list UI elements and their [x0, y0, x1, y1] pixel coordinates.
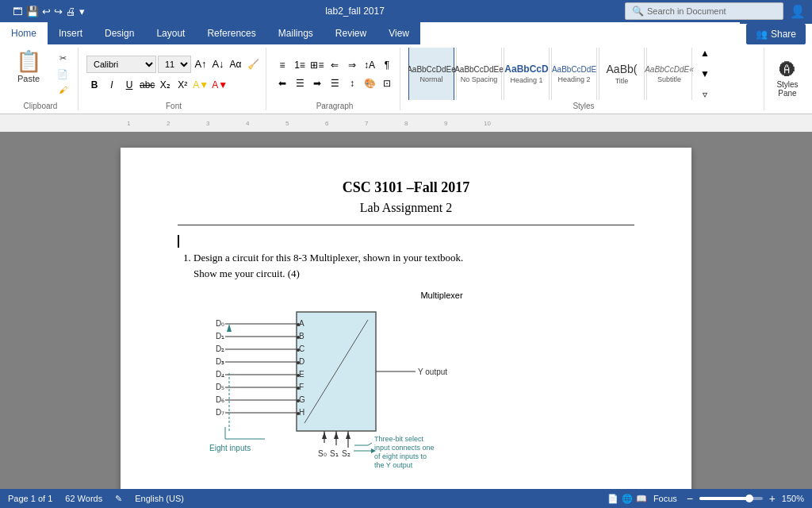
style-normal[interactable]: AaBbCcDdEe Normal — [408, 48, 454, 100]
tab-layout[interactable]: Layout — [145, 22, 196, 44]
svg-marker-51 — [334, 432, 339, 439]
svg-text:A: A — [299, 319, 304, 328]
styles-scroll-down[interactable]: ▼ — [697, 66, 713, 82]
font-row: Calibri 11 A↑ A↓ Aα 🧹 — [86, 56, 261, 73]
styles-gallery: AaBbCcDdEe Normal AaBbCcDdEe No Spacing … — [408, 48, 692, 100]
print-icon[interactable]: 🖨 — [66, 6, 76, 17]
svg-text:D₁: D₁ — [216, 332, 224, 341]
copy-button[interactable]: 📄 — [54, 67, 71, 81]
page: CSC 3101 –Fall 2017 Lab Assignment 2 Des… — [121, 148, 691, 489]
svg-text:S₂: S₂ — [342, 449, 350, 458]
increase-font-button[interactable]: A↑ — [193, 56, 209, 72]
decrease-indent-button[interactable]: ⇐ — [327, 57, 343, 73]
align-center-button[interactable]: ☰ — [292, 75, 308, 91]
focus-button[interactable]: Focus — [653, 494, 677, 503]
style-title[interactable]: AaBb( Title — [599, 48, 645, 100]
svg-text:9: 9 — [444, 120, 448, 127]
save-icon[interactable]: 💾 — [26, 6, 39, 17]
numbering-button[interactable]: 1≡ — [292, 57, 308, 73]
document-area[interactable]: CSC 3101 –Fall 2017 Lab Assignment 2 Des… — [0, 132, 812, 489]
svg-text:the Y output: the Y output — [374, 461, 413, 469]
print-layout-icon[interactable]: 📄 — [607, 494, 619, 504]
border-button[interactable]: ⊡ — [379, 75, 395, 91]
tab-home[interactable]: Home — [0, 22, 48, 44]
svg-point-20 — [297, 336, 300, 339]
zoom-level[interactable]: 150% — [782, 494, 804, 503]
font-name-select[interactable]: Calibri — [86, 56, 156, 73]
strikethrough-button[interactable]: abc — [139, 77, 155, 93]
search-bar[interactable]: 🔍 Search in Document — [625, 2, 783, 20]
redo-icon[interactable]: ↪ — [54, 6, 63, 17]
style-heading1[interactable]: AaBbCcD Heading 1 — [504, 48, 550, 100]
ribbon-panel: 📋 Paste ✂ 📄 🖌 Clipboard Calibri 11 A↑ — [0, 44, 812, 114]
subscript-button[interactable]: X₂ — [157, 77, 173, 93]
style-heading2[interactable]: AaBbCcDdE Heading 2 — [551, 48, 597, 100]
tab-references[interactable]: References — [196, 22, 266, 44]
doc-subtitle: Lab Assignment 2 — [178, 201, 634, 215]
proofing-icon[interactable]: ✎ — [115, 494, 122, 504]
justify-button[interactable]: ☰ — [327, 75, 343, 91]
question-1: Design a circuit for this 8-3 Multiplexe… — [193, 250, 634, 474]
tab-view[interactable]: View — [377, 22, 420, 44]
svg-text:6: 6 — [325, 120, 329, 127]
customize-icon[interactable]: ▾ — [79, 6, 85, 17]
search-icon: 🔍 — [632, 6, 644, 17]
styles-scroll-up[interactable]: ▲ — [697, 48, 713, 61]
share-button[interactable]: 👥 Share — [746, 24, 806, 44]
status-right: 📄 🌐 📖 Focus − + 150% — [607, 492, 804, 505]
styles-pane-group: 🅐 StylesPane — [768, 48, 807, 110]
text-cursor — [178, 235, 179, 248]
increase-indent-button[interactable]: ⇒ — [344, 57, 360, 73]
title-bar: 🗔 💾 ↩ ↪ 🖨 ▾ lab2_fall 2017 🔍 Search in D… — [0, 0, 812, 22]
zoom-plus-button[interactable]: + — [766, 492, 779, 505]
underline-button[interactable]: U — [121, 77, 137, 93]
align-left-button[interactable]: ⬅ — [274, 75, 290, 91]
paste-button[interactable]: 📋 Paste — [10, 48, 48, 85]
doc-divider — [178, 225, 634, 225]
svg-marker-62 — [227, 324, 232, 332]
style-no-spacing[interactable]: AaBbCcDdEe No Spacing — [456, 48, 502, 100]
font-size-select[interactable]: 11 — [158, 56, 191, 73]
zoom-minus-button[interactable]: − — [684, 492, 696, 505]
styles-pane-button[interactable]: 🅐 StylesPane — [773, 51, 801, 108]
multilevel-list-button[interactable]: ⊞≡ — [309, 57, 325, 73]
tab-design[interactable]: Design — [94, 22, 145, 44]
svg-point-28 — [297, 361, 300, 364]
shading-button[interactable]: 🎨 — [362, 75, 377, 91]
text-highlight-button[interactable]: A▼ — [192, 77, 209, 93]
svg-text:10: 10 — [484, 120, 491, 127]
clipboard-group: 📋 Paste ✂ 📄 🖌 Clipboard — [5, 48, 79, 110]
svg-text:D₃: D₃ — [216, 357, 224, 366]
change-case-button[interactable]: Aα — [228, 56, 243, 72]
tab-review[interactable]: Review — [324, 22, 377, 44]
user-icon[interactable]: 👤 — [790, 4, 806, 19]
sort-button[interactable]: ↕A — [362, 57, 377, 73]
decrease-font-button[interactable]: A↓ — [210, 56, 226, 72]
format-painter-button[interactable]: 🖌 — [54, 83, 71, 97]
read-mode-icon[interactable]: 📖 — [636, 494, 647, 504]
clear-format-button[interactable]: 🧹 — [245, 56, 261, 72]
svg-text:of eight inputs to: of eight inputs to — [374, 452, 427, 460]
undo-icon[interactable]: ↩ — [42, 6, 51, 17]
show-hide-button[interactable]: ¶ — [379, 57, 395, 73]
superscript-button[interactable]: X² — [174, 77, 190, 93]
svg-text:3: 3 — [206, 120, 210, 127]
line-spacing-button[interactable]: ↕ — [344, 75, 360, 91]
web-layout-icon[interactable]: 🌐 — [622, 494, 633, 504]
styles-expand[interactable]: ▿ — [697, 87, 713, 100]
bullets-button[interactable]: ≡ — [274, 57, 290, 73]
italic-button[interactable]: I — [104, 77, 120, 93]
bold-button[interactable]: B — [86, 77, 102, 93]
zoom-bar[interactable] — [699, 497, 763, 500]
tab-mailings[interactable]: Mailings — [267, 22, 324, 44]
tab-insert[interactable]: Insert — [48, 22, 94, 44]
svg-text:F: F — [299, 383, 304, 391]
align-right-button[interactable]: ➡ — [309, 75, 325, 91]
font-color-button[interactable]: A▼ — [211, 77, 228, 93]
language-label[interactable]: English (US) — [135, 494, 184, 503]
style-subtitle[interactable]: AaBbCcDdE« Subtitle — [646, 48, 692, 100]
svg-text:Eight inputs: Eight inputs — [209, 444, 251, 452]
cut-button[interactable]: ✂ — [54, 51, 71, 65]
svg-text:D₆: D₆ — [216, 395, 224, 404]
svg-text:E: E — [299, 370, 304, 379]
